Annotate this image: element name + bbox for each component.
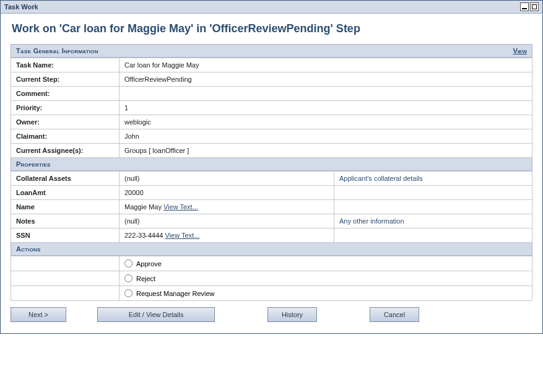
desc-loanamt xyxy=(334,186,532,200)
table-row: Owner: weblogic xyxy=(11,115,532,129)
portlet-header: Task Work xyxy=(1,1,542,14)
table-row: Reject xyxy=(11,271,532,286)
view-link[interactable]: View xyxy=(513,47,527,54)
radio-reject-input[interactable] xyxy=(124,274,132,282)
history-button[interactable]: History xyxy=(267,307,317,322)
section-header-actions: Actions xyxy=(11,243,532,256)
table-row: Comment: xyxy=(11,87,532,101)
view-text-link-name[interactable]: View Text... xyxy=(163,203,198,211)
radio-approve-input[interactable] xyxy=(124,259,132,268)
value-comment xyxy=(119,87,532,101)
action-spacer xyxy=(11,256,119,271)
label-assignees: Current Assignee(s): xyxy=(11,144,119,158)
portlet-title: Task Work xyxy=(4,3,38,11)
action-cell-request: Request Manager Review xyxy=(119,286,532,301)
label-task-name: Task Name: xyxy=(11,58,119,72)
label-name: Name xyxy=(11,200,119,214)
table-row: Task Name: Car loan for Maggie May xyxy=(11,58,532,72)
action-cell-reject: Reject xyxy=(119,271,532,286)
minimize-icon[interactable] xyxy=(520,2,529,11)
label-owner: Owner: xyxy=(11,115,119,129)
action-cell-approve: Approve xyxy=(119,256,532,271)
value-assignees: Groups [ loanOfficer ] xyxy=(119,144,532,158)
value-ssn: 222-33-4444 xyxy=(124,232,163,239)
label-comment: Comment: xyxy=(11,87,119,101)
table-row: Request Manager Review xyxy=(11,286,532,301)
radio-request-input[interactable] xyxy=(124,289,132,297)
label-claimant: Claimant: xyxy=(11,129,119,144)
table-row: Approve xyxy=(11,256,532,271)
table-row: LoanAmt 20000 xyxy=(11,186,532,200)
maximize-icon[interactable] xyxy=(530,2,539,11)
desc-collateral: Applicant's collateral details xyxy=(334,172,532,186)
value-loanamt: 20000 xyxy=(119,186,334,200)
properties-table: Collateral Assets (null) Applicant's col… xyxy=(11,171,532,243)
desc-ssn xyxy=(334,229,532,243)
edit-view-details-button[interactable]: Edit / View Details xyxy=(97,307,215,322)
window-controls xyxy=(520,2,539,11)
value-notes: (null) xyxy=(119,214,334,229)
table-row: SSN 222-33-4444 View Text... xyxy=(11,229,532,243)
label-notes: Notes xyxy=(11,214,119,229)
value-claimant: John xyxy=(119,129,532,144)
desc-name xyxy=(334,200,532,214)
section-header-general: Task General Information View xyxy=(11,44,532,58)
section-title-general: Task General Information xyxy=(16,47,98,54)
task-work-portlet: Task Work Work on 'Car loan for Maggie M… xyxy=(0,0,543,334)
page-title: Work on 'Car loan for Maggie May' in 'Of… xyxy=(12,22,532,35)
value-name-cell: Maggie May View Text... xyxy=(119,200,334,214)
portlet-body: Work on 'Car loan for Maggie May' in 'Of… xyxy=(1,14,542,333)
radio-approve-label: Approve xyxy=(136,260,162,268)
table-row: Current Assignee(s): Groups [ loanOffice… xyxy=(11,144,532,158)
table-row: Collateral Assets (null) Applicant's col… xyxy=(11,172,532,186)
action-spacer xyxy=(11,271,119,286)
radio-reject[interactable]: Reject xyxy=(124,274,527,282)
value-priority: 1 xyxy=(119,101,532,115)
table-row: Name Maggie May View Text... xyxy=(11,200,532,214)
table-row: Current Step: OfficerReviewPending xyxy=(11,72,532,87)
label-priority: Priority: xyxy=(11,101,119,115)
radio-request-label: Request Manager Review xyxy=(136,290,215,297)
value-ssn-cell: 222-33-4444 View Text... xyxy=(119,229,334,243)
label-collateral: Collateral Assets xyxy=(11,172,119,186)
label-current-step: Current Step: xyxy=(11,72,119,87)
radio-reject-label: Reject xyxy=(136,275,155,282)
radio-approve[interactable]: Approve xyxy=(124,259,527,268)
table-row: Claimant: John xyxy=(11,129,532,144)
view-text-link-ssn[interactable]: View Text... xyxy=(165,232,199,239)
label-loanamt: LoanAmt xyxy=(11,186,119,200)
label-ssn: SSN xyxy=(11,229,119,243)
value-collateral: (null) xyxy=(119,172,334,186)
value-name: Maggie May xyxy=(124,203,162,211)
value-owner: weblogic xyxy=(119,115,532,129)
general-info-table: Task Name: Car loan for Maggie May Curre… xyxy=(11,58,532,158)
value-current-step: OfficerReviewPending xyxy=(119,72,532,87)
section-title-properties: Properties xyxy=(16,160,51,168)
radio-request-manager-review[interactable]: Request Manager Review xyxy=(124,289,527,297)
table-row: Priority: 1 xyxy=(11,101,532,115)
cancel-button[interactable]: Cancel xyxy=(370,307,419,322)
button-bar: Next > Edit / View Details History Cance… xyxy=(11,307,532,322)
action-spacer xyxy=(11,286,119,301)
actions-table: Approve Reject Request M xyxy=(11,256,532,301)
section-header-properties: Properties xyxy=(11,158,532,171)
desc-notes: Any other information xyxy=(334,214,532,229)
section-title-actions: Actions xyxy=(16,245,41,253)
table-row: Notes (null) Any other information xyxy=(11,214,532,229)
value-task-name: Car loan for Maggie May xyxy=(119,58,532,72)
next-button[interactable]: Next > xyxy=(11,307,66,322)
